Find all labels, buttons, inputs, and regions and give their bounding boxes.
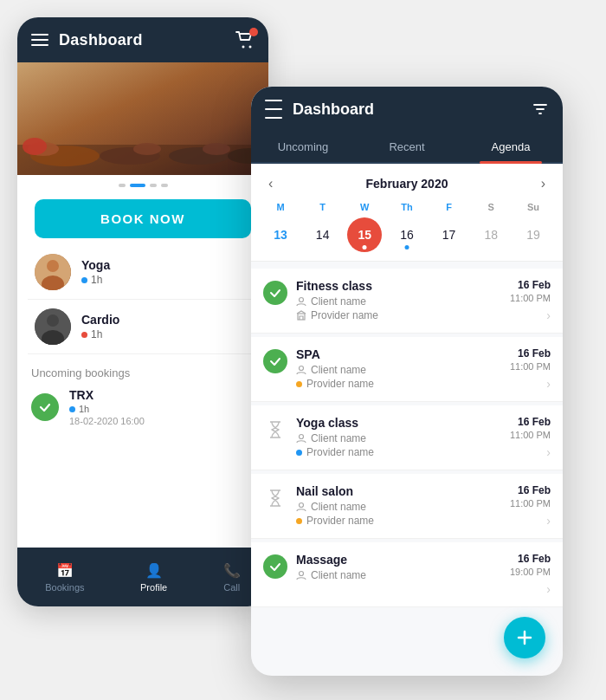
back-header: Dashboard [17,17,268,62]
cardio-class-duration: 1h [81,328,251,340]
nav-item-profile[interactable]: 👤 Profile [140,562,167,593]
day-name-w: W [347,202,382,212]
cardio-avatar [35,308,71,345]
fitness-check-icon [263,281,287,305]
spa-event-time: 11:00 PM [510,361,551,372]
cal-date-15[interactable]: 15 [347,217,382,252]
massage-event-name: Massage [296,553,501,567]
list-item: Cardio 1h [28,300,258,354]
check-icon [38,400,52,414]
cal-date-17[interactable]: 17 [432,217,467,252]
massage-event-body: Massage Client name [296,553,501,581]
cart-badge [249,28,258,36]
check-mark-icon [269,561,281,573]
fitness-event-name: Fitness class [296,279,501,293]
list-item: Fitness class Client name Provider name … [251,269,563,334]
hourglass-icon [268,420,283,439]
nailsalon-event-date: 16 Feb [518,484,551,496]
add-fab-button[interactable] [504,617,545,658]
svg-point-13 [47,260,59,272]
client-person-icon [296,296,306,307]
spa-event-name: SPA [296,347,501,361]
yoga-class-duration: 1h [81,274,251,286]
cal-date-13[interactable]: 13 [263,217,298,252]
plus-icon [515,628,534,647]
check-mark-icon [269,355,281,367]
event-list: Fitness class Client name Provider name … [251,262,563,618]
front-header: Dashboard [251,87,563,132]
calendar-month: February 2020 [366,177,448,191]
cal-date-16[interactable]: 16 [390,217,424,252]
hourglass-icon [268,489,283,508]
spa-provider: Provider name [296,378,501,390]
fitness-event-date: 16 Feb [518,279,551,291]
back-hero-image [17,62,268,175]
dot-1[interactable] [119,184,126,187]
spa-provider-dot [296,381,302,387]
yoga-class-name: Yoga [81,258,251,272]
list-item: SPA Client name Provider name 16 Feb 11:… [251,337,563,402]
cal-date-14[interactable]: 14 [306,217,340,252]
yoga-image [17,62,268,175]
check-mark-icon [269,287,281,299]
nav-item-call[interactable]: 📞 Call [223,562,241,593]
spa-event-date: 16 Feb [518,347,551,360]
fitness-event-time: 11:00 PM [510,293,551,303]
profile-icon: 👤 [145,562,163,579]
calendar-nav: ‹ February 2020 › [263,174,551,193]
hamburger-icon[interactable] [31,34,48,46]
fitness-event-right: 16 Feb 11:00 PM › [510,279,551,322]
dot-3[interactable] [150,184,157,187]
fitness-event-body: Fitness class Client name Provider name [296,279,501,321]
nailsalon-chevron-icon: › [546,514,551,528]
nailsalon-event-name: Nail salon [296,484,501,498]
tab-agenda[interactable]: Agenda [459,132,563,162]
day-name-su: Su [516,202,551,212]
dot-2[interactable] [130,184,145,187]
tabs-row: Uncoming Recent Agenda [251,132,563,164]
nailsalon-event-time: 11:00 PM [510,498,551,509]
yoga-event-right: 16 Feb 11:00 PM › [510,416,551,459]
cart-icon-wrap[interactable] [235,31,255,49]
nailsalon-event-body: Nail salon Client name Provider name [296,484,501,527]
massage-check-icon [263,554,287,579]
front-hamburger-icon[interactable] [265,100,282,119]
cal-date-19[interactable]: 19 [516,217,551,252]
client-person-icon [296,570,306,580]
yoga-class-info: Yoga 1h [81,258,251,286]
trx-name: TRX [69,388,255,402]
tab-recent[interactable]: Recent [355,132,459,162]
svg-point-6 [23,138,47,155]
bookings-icon: 📅 [56,562,74,579]
yoga-provider-dot [296,450,302,456]
yoga-event-body: Yoga class Client name Provider name [296,416,501,458]
calendar-section: ‹ February 2020 › M T W Th F S Su 13 14 … [251,164,563,262]
prev-month-button[interactable]: ‹ [263,174,278,193]
list-item: Nail salon Client name Provider name 16 … [251,474,563,539]
cardio-class-name: Cardio [81,313,251,327]
massage-client: Client name [296,569,501,581]
call-label: Call [223,582,240,593]
client-person-icon [296,433,306,444]
list-item: Yoga class Client name Provider name 16 … [251,405,563,470]
nailsalon-hourglass-icon [263,486,287,510]
nav-item-bookings[interactable]: 📅 Bookings [45,562,84,593]
day-name-s: S [474,202,508,212]
next-month-button[interactable]: › [536,174,551,193]
list-item: Yoga 1h [28,245,258,300]
spa-event-body: SPA Client name Provider name [296,347,501,390]
cal-date-18[interactable]: 18 [474,217,508,252]
profile-label: Profile [140,582,167,593]
svg-point-8 [133,143,161,155]
book-now-button[interactable]: BOOK NOW [35,199,251,238]
nailsalon-event-right: 16 Feb 11:00 PM › [510,484,551,528]
provider-building-icon [296,310,306,321]
filter-icon[interactable] [532,100,549,118]
cardio-class-info: Cardio 1h [81,313,251,340]
trx-duration-dot [69,406,75,412]
upcoming-section: Uncoming bookings TRX 1h 18-02-2020 16:0… [17,354,268,433]
trx-check-circle [31,393,59,421]
yoga-chevron-icon: › [546,445,551,459]
dot-4[interactable] [161,184,168,187]
tab-uncoming[interactable]: Uncoming [251,132,355,162]
